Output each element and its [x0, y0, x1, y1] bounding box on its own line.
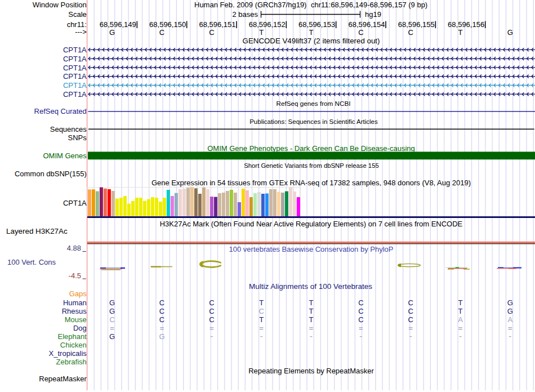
svg-text:RepeatMasker: RepeatMasker	[39, 375, 87, 383]
svg-text:Zebrafish: Zebrafish	[56, 358, 87, 366]
svg-text:Rhesus: Rhesus	[62, 307, 87, 315]
svg-text:C: C	[159, 28, 164, 37]
svg-text:C: C	[408, 299, 413, 307]
svg-text:C: C	[258, 307, 264, 315]
svg-text:H3K27Ac Mark (Often Found Near: H3K27Ac Mark (Often Found Near Active Re…	[160, 220, 463, 228]
svg-text:Layered H3K27Ac: Layered H3K27Ac	[6, 227, 68, 235]
svg-text:chr11:68,596,149-68,596,157 (9: chr11:68,596,149-68,596,157 (9 bp)	[311, 1, 427, 9]
svg-text:Publications: Sequences in Sci: Publications: Sequences in Scientific Ar…	[249, 118, 378, 125]
svg-text:C: C	[159, 307, 164, 315]
svg-text:Common dbSNP(155): Common dbSNP(155)	[15, 170, 87, 178]
svg-text:C: C	[358, 307, 363, 315]
svg-text:100 Vert. Cons: 100 Vert. Cons	[7, 258, 56, 266]
svg-text:T: T	[259, 28, 264, 37]
svg-text:Human: Human	[63, 299, 87, 307]
svg-text:C: C	[159, 299, 164, 307]
svg-text:Human Feb. 2009 (GRCh37/hg19): Human Feb. 2009 (GRCh37/hg19)	[194, 1, 306, 9]
svg-text:SNPs: SNPs	[68, 133, 87, 142]
svg-text:68,596,156: 68,596,156	[448, 20, 484, 29]
svg-text:68,596,153: 68,596,153	[298, 20, 335, 29]
svg-text:T: T	[259, 299, 264, 307]
svg-text:CPT1A: CPT1A	[63, 72, 87, 81]
svg-text:G: G	[109, 307, 115, 315]
svg-text:100 vertebrates Basewise Conse: 100 vertebrates Basewise Conservation by…	[229, 245, 394, 253]
svg-text:CPT1A: CPT1A	[63, 64, 87, 72]
svg-text:68,596,151: 68,596,151	[199, 20, 235, 29]
svg-text:G: G	[507, 299, 513, 307]
svg-text:Chicken: Chicken	[60, 341, 87, 349]
svg-text:T: T	[458, 28, 463, 37]
svg-text:C: C	[159, 315, 164, 324]
svg-text:CPT1A: CPT1A	[63, 46, 87, 54]
svg-text:68,596,149: 68,596,149	[100, 20, 136, 29]
svg-text:Elephant: Elephant	[57, 332, 87, 341]
svg-text:Mouse: Mouse	[65, 315, 87, 324]
svg-text:CPT1A: CPT1A	[63, 199, 87, 207]
svg-text:Short Genetic Variants from db: Short Genetic Variants from dbSNP releas…	[244, 162, 378, 169]
svg-text:C: C	[209, 307, 214, 315]
svg-text:68,596,152: 68,596,152	[249, 20, 286, 29]
svg-text:RefSeq Curated: RefSeq Curated	[34, 107, 87, 115]
svg-text:T: T	[458, 307, 463, 315]
svg-text:Repeating Elements by RepeatMa: Repeating Elements by RepeatMasker	[248, 367, 374, 375]
svg-text:Scale: Scale	[68, 10, 87, 19]
svg-text:A: A	[458, 315, 463, 324]
svg-text:C: C	[209, 28, 214, 37]
svg-text:C: C	[408, 315, 413, 324]
svg-text:68,596,155: 68,596,155	[398, 20, 435, 29]
svg-text:OMIM Gene Phenotypes - Dark Gr: OMIM Gene Phenotypes - Dark Green Can Be…	[207, 144, 415, 153]
svg-text:G: G	[109, 299, 115, 307]
svg-text:2 bases: 2 bases	[232, 10, 258, 19]
svg-text:T: T	[309, 299, 314, 307]
svg-text:CPT1A: CPT1A	[63, 55, 87, 63]
svg-text:Window Position: Window Position	[33, 1, 87, 9]
svg-text:68,596,154: 68,596,154	[348, 20, 385, 29]
svg-text:Gene Expression in 54 tissues: Gene Expression in 54 tissues from GTEx …	[151, 179, 471, 187]
svg-text:RefSeq genes from NCBI: RefSeq genes from NCBI	[277, 100, 351, 107]
svg-text:A: A	[507, 315, 512, 324]
svg-text:C: C	[408, 307, 413, 315]
svg-text:G: G	[109, 332, 115, 341]
svg-text:OMIM Genes: OMIM Genes	[43, 152, 87, 160]
svg-text:CPT1A: CPT1A	[63, 81, 87, 90]
svg-text:G: G	[507, 28, 513, 37]
svg-text:T: T	[309, 315, 314, 324]
svg-text:T: T	[309, 307, 314, 315]
svg-text:GENCODE V49lift37 (2 items fil: GENCODE V49lift37 (2 items filtered out)	[243, 37, 380, 45]
svg-text:C: C	[408, 28, 413, 37]
svg-text:Multiz Alignments of 100 Verte: Multiz Alignments of 100 Vertebrates	[249, 282, 372, 291]
svg-text:68,596,150: 68,596,150	[149, 20, 186, 29]
svg-text:--->: --->	[75, 28, 87, 36]
svg-text:C: C	[209, 299, 214, 307]
svg-text:C: C	[209, 315, 214, 324]
svg-text:C: C	[358, 299, 363, 307]
svg-text:Dog: Dog	[73, 324, 87, 332]
svg-text:C: C	[109, 315, 114, 324]
svg-text:G: G	[159, 332, 164, 341]
svg-text:CPT1A: CPT1A	[63, 90, 87, 99]
svg-text:hg19: hg19	[365, 10, 381, 19]
svg-text:-4.5: -4.5	[69, 271, 81, 280]
svg-text:Gaps: Gaps	[69, 289, 87, 298]
svg-text:T: T	[259, 315, 264, 324]
svg-text:C: C	[358, 315, 363, 324]
svg-text:G: G	[109, 28, 115, 37]
svg-text:4.88: 4.88	[67, 244, 81, 252]
svg-text:T: T	[458, 299, 463, 307]
svg-text:C: C	[358, 28, 363, 37]
svg-text:Sequences: Sequences	[50, 125, 87, 133]
svg-text:G: G	[507, 307, 513, 315]
svg-text:X_tropicalis: X_tropicalis	[49, 349, 87, 358]
svg-text:T: T	[309, 28, 314, 37]
